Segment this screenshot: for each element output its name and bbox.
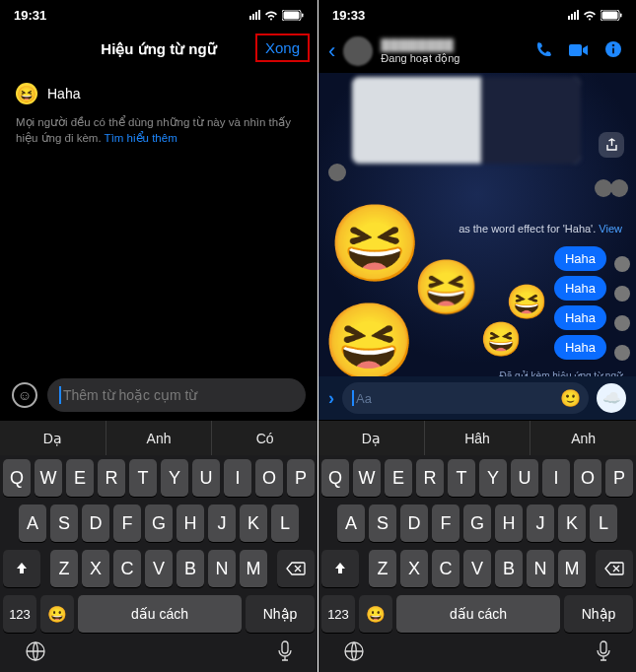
key-r[interactable]: R: [416, 459, 444, 497]
key-u[interactable]: U: [192, 459, 220, 497]
key-c[interactable]: C: [432, 550, 459, 587]
key-i[interactable]: I: [542, 459, 570, 497]
enter-key[interactable]: Nhập: [246, 595, 315, 633]
info-button[interactable]: [601, 40, 626, 63]
key-u[interactable]: U: [511, 459, 538, 497]
key-p[interactable]: P: [605, 459, 633, 497]
key-w[interactable]: W: [353, 459, 381, 497]
message-bubble[interactable]: Haha: [554, 335, 606, 360]
emoji-picker-button[interactable]: ☺: [12, 382, 37, 408]
key-l[interactable]: L: [590, 504, 617, 542]
key-n[interactable]: N: [527, 550, 554, 587]
share-button[interactable]: [599, 132, 624, 158]
key-t[interactable]: T: [129, 459, 157, 497]
key-q[interactable]: Q: [321, 459, 349, 497]
sticker-button[interactable]: ☁️: [597, 383, 626, 413]
globe-icon[interactable]: [343, 640, 365, 662]
key-w[interactable]: W: [35, 459, 62, 497]
call-button[interactable]: [531, 40, 557, 63]
key-n[interactable]: N: [208, 550, 236, 587]
key-o[interactable]: O: [255, 459, 283, 497]
space-key[interactable]: dấu cách: [78, 595, 242, 633]
key-t[interactable]: T: [448, 459, 475, 497]
message-bubble[interactable]: Haha: [554, 276, 606, 301]
key-a[interactable]: A: [19, 504, 46, 542]
key-o[interactable]: O: [574, 459, 601, 497]
expand-button[interactable]: ›: [328, 388, 334, 409]
key-s[interactable]: S: [369, 504, 396, 542]
chat-area[interactable]: 😆 😆 😆 😆 😆 as the word effect for 'Haha'.…: [318, 73, 636, 376]
key-h[interactable]: H: [177, 504, 204, 542]
avatar[interactable]: [343, 36, 373, 66]
message-input[interactable]: Aa 🙂: [342, 382, 589, 414]
numbers-key[interactable]: 123: [321, 595, 355, 633]
mic-icon[interactable]: [277, 640, 293, 662]
backspace-key[interactable]: [596, 550, 633, 587]
key-b[interactable]: B: [495, 550, 523, 587]
video-button[interactable]: [565, 41, 593, 62]
key-k[interactable]: K: [558, 504, 586, 542]
suggestion[interactable]: Anh: [106, 421, 213, 455]
suggestion[interactable]: Anh: [530, 421, 636, 455]
key-d[interactable]: D: [82, 504, 109, 542]
key-i[interactable]: I: [224, 459, 251, 497]
emoji-key[interactable]: 😀: [40, 595, 74, 633]
key-g[interactable]: G: [463, 504, 491, 542]
key-m[interactable]: M: [558, 550, 586, 587]
key-f[interactable]: F: [432, 504, 459, 542]
key-z[interactable]: Z: [50, 550, 78, 587]
shift-key[interactable]: [3, 550, 40, 587]
emoji-button[interactable]: 🙂: [560, 388, 581, 409]
key-c[interactable]: C: [113, 550, 141, 587]
shift-key[interactable]: [321, 550, 359, 587]
key-z[interactable]: Z: [369, 550, 396, 587]
key-e[interactable]: E: [385, 459, 412, 497]
laugh-emoji-icon: 😆: [413, 256, 479, 318]
word-effect-row[interactable]: 😆 Haha: [0, 69, 318, 114]
suggestion[interactable]: Dạ: [0, 421, 106, 455]
key-v[interactable]: V: [145, 550, 173, 587]
key-y[interactable]: Y: [161, 459, 188, 497]
key-h[interactable]: H: [495, 504, 523, 542]
key-l[interactable]: L: [271, 504, 299, 542]
key-v[interactable]: V: [463, 550, 491, 587]
presence-text: Đang hoạt động: [381, 52, 459, 64]
suggestion[interactable]: Có: [212, 421, 318, 455]
numbers-key[interactable]: 123: [3, 595, 36, 633]
key-b[interactable]: B: [177, 550, 204, 587]
done-button[interactable]: Xong: [255, 34, 310, 62]
key-d[interactable]: D: [400, 504, 428, 542]
message-bubble[interactable]: Haha: [554, 305, 606, 330]
mic-icon[interactable]: [596, 640, 611, 662]
key-y[interactable]: Y: [479, 459, 507, 497]
chat-header: ‹ ████████ Đang hoạt động: [318, 30, 636, 73]
space-key[interactable]: dấu cách: [396, 595, 560, 633]
key-s[interactable]: S: [50, 504, 78, 542]
key-x[interactable]: X: [82, 550, 109, 587]
key-f[interactable]: F: [113, 504, 141, 542]
key-j[interactable]: J: [208, 504, 236, 542]
suggestion[interactable]: Dạ: [318, 421, 425, 455]
key-r[interactable]: R: [98, 459, 125, 497]
learn-more-link[interactable]: Tìm hiểu thêm: [105, 132, 177, 144]
backspace-key[interactable]: [277, 550, 315, 587]
key-a[interactable]: A: [337, 504, 365, 542]
back-button[interactable]: ‹: [328, 38, 335, 64]
suggestion[interactable]: Hâh: [425, 421, 531, 455]
shared-media-card[interactable]: [352, 77, 581, 164]
key-q[interactable]: Q: [3, 459, 31, 497]
key-x[interactable]: X: [400, 550, 428, 587]
message-bubble[interactable]: Haha: [554, 246, 606, 271]
enter-key[interactable]: Nhập: [564, 595, 633, 633]
key-p[interactable]: P: [287, 459, 315, 497]
word-input[interactable]: Thêm từ hoặc cụm từ: [47, 378, 306, 412]
emoji-key[interactable]: 😀: [359, 595, 392, 633]
key-g[interactable]: G: [145, 504, 173, 542]
chat-title[interactable]: ████████ Đang hoạt động: [381, 38, 524, 65]
key-m[interactable]: M: [240, 550, 267, 587]
key-j[interactable]: J: [527, 504, 554, 542]
view-link[interactable]: View: [599, 223, 622, 235]
globe-icon[interactable]: [25, 640, 46, 662]
key-k[interactable]: K: [240, 504, 267, 542]
key-e[interactable]: E: [66, 459, 94, 497]
